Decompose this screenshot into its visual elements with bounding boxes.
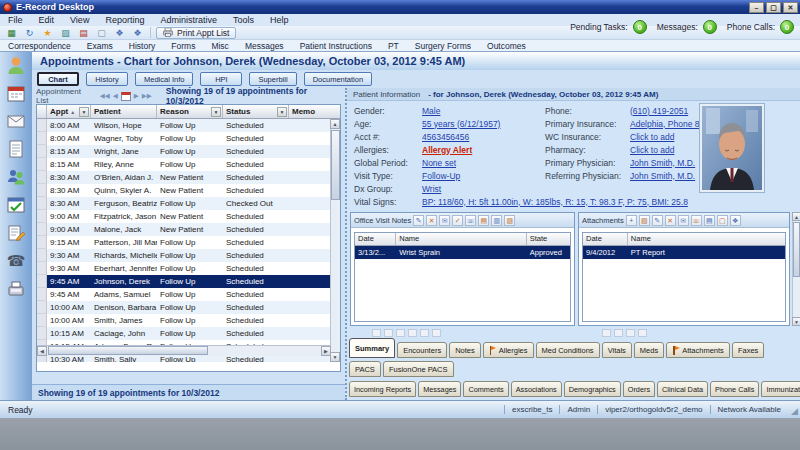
menu-item[interactable]: Tools — [225, 15, 262, 25]
table-row[interactable]: 8:15 AM Wright, Jane Follow Up Scheduled — [37, 145, 331, 158]
scrollbar-thumb[interactable] — [331, 130, 340, 200]
pager-icon[interactable] — [614, 329, 623, 337]
bottom-tab[interactable]: Orders — [623, 381, 655, 397]
patient-field-value[interactable]: 55 years (6/12/1957) — [422, 119, 500, 129]
scroll-left-icon[interactable]: ◀ — [37, 346, 47, 356]
filter-dropdown-icon[interactable]: ▼ — [277, 107, 287, 117]
table-row[interactable]: 8:15 AM Riley, Anne Follow Up Scheduled — [37, 158, 331, 171]
table-row[interactable]: 8:30 AM Quinn, Skyler A. New Patient Sch… — [37, 184, 331, 197]
patient-field-value[interactable]: Male — [422, 106, 440, 116]
prev-page-icon[interactable]: ◀ — [113, 92, 118, 100]
appointments-calendar-icon[interactable] — [5, 82, 27, 104]
table-row[interactable]: 10:15 AM Caciage, John Follow Up Schedul… — [37, 327, 331, 340]
column-header-memo[interactable]: Memo — [289, 105, 331, 118]
counter[interactable]: Messages: 0 — [657, 20, 717, 34]
attachment-row[interactable]: 9/4/2012 PT Report — [583, 246, 785, 259]
module-tab[interactable]: Exams — [79, 41, 121, 51]
link-attachment-icon[interactable]: ❖ — [730, 215, 741, 226]
view-button[interactable]: History — [86, 72, 128, 86]
table-row[interactable]: 8:30 AM O'Brien, Aidan J. New Patient Sc… — [37, 171, 331, 184]
menu-item[interactable]: Edit — [31, 15, 63, 25]
scroll-right-icon[interactable]: ▶ — [321, 346, 331, 356]
fax-attachment-icon[interactable]: ☏ — [691, 215, 702, 226]
note-row[interactable]: 3/13/2... Wrist Sprain Approved — [355, 246, 570, 259]
pager-icon[interactable] — [408, 329, 417, 337]
print-attachment-icon[interactable]: ▤ — [704, 215, 715, 226]
bottom-tab[interactable]: Summary — [349, 338, 395, 358]
table-row[interactable]: 8:30 AM Ferguson, Beatriz Follow Up Chec… — [37, 197, 331, 210]
bottom-tab[interactable]: Allergies — [483, 342, 534, 358]
refresh-icon[interactable]: ↻ — [22, 27, 37, 39]
delete-note-icon[interactable]: ✕ — [426, 215, 437, 226]
scroll-up-icon[interactable]: ▲ — [330, 119, 340, 129]
gallery-icon[interactable]: ▨ — [58, 27, 73, 39]
module-tab[interactable]: Messages — [237, 41, 292, 51]
patient-field-value[interactable]: None set — [422, 158, 456, 168]
fax-note-icon[interactable]: ☏ — [465, 215, 476, 226]
table-row[interactable]: 10:00 AM Denison, Barbara Follow Up Sche… — [37, 301, 331, 314]
approve-note-icon[interactable]: ✓ — [452, 215, 463, 226]
date-picker-icon[interactable] — [121, 92, 131, 101]
view-button[interactable]: Superbill — [249, 72, 296, 86]
notes-icon[interactable] — [5, 138, 27, 160]
patient-field-value[interactable]: BP: 118/60, H: 5ft 11.00in, W: 185lbs, R… — [422, 197, 688, 207]
scrollbar-thumb[interactable] — [48, 346, 208, 355]
table-row[interactable]: 8:00 AM Wagner, Toby Follow Up Scheduled — [37, 132, 331, 145]
address-book-icon[interactable]: ▤ — [76, 27, 91, 39]
module-tab[interactable]: Forms — [163, 41, 203, 51]
scroll-down-icon[interactable]: ▼ — [792, 317, 800, 326]
column-header-name[interactable]: Name — [396, 233, 527, 245]
print-note-icon[interactable]: ▤ — [478, 215, 489, 226]
phone-icon[interactable]: ☎ — [5, 250, 27, 272]
bottom-tab[interactable]: Comments — [463, 381, 508, 397]
column-header-name[interactable]: Name — [628, 233, 785, 245]
patient-avatar-icon[interactable] — [5, 54, 27, 76]
module-tab[interactable]: Patient Instructions — [292, 41, 380, 51]
add-attachment-icon[interactable]: + — [626, 215, 637, 226]
edit-attachment-icon[interactable]: ✎ — [652, 215, 663, 226]
pager-icon[interactable] — [602, 329, 611, 337]
patients-icon[interactable] — [5, 166, 27, 188]
bottom-tab[interactable]: Demographics — [564, 381, 621, 397]
patient-field-value[interactable]: 4563456456 — [422, 132, 469, 142]
menu-item[interactable]: Help — [262, 15, 297, 25]
vertical-scrollbar[interactable]: ▲ ▼ — [330, 119, 340, 362]
favorites-icon[interactable]: ★ — [40, 27, 55, 39]
patient-field-value[interactable]: Click to add — [630, 145, 674, 155]
column-header-appt[interactable]: Appt ▲ ▼ — [47, 105, 91, 118]
pager-icon[interactable] — [396, 329, 405, 337]
patient-photo[interactable] — [700, 104, 764, 192]
module-tab[interactable]: Surgery Forms — [407, 41, 479, 51]
filter-dropdown-icon[interactable]: ▼ — [79, 107, 89, 117]
view-button[interactable]: HPI — [200, 72, 242, 86]
bottom-tab[interactable]: Vitals — [602, 342, 632, 358]
edit-note-icon[interactable]: ✎ — [413, 215, 424, 226]
module-tab[interactable]: Misc — [203, 41, 236, 51]
table-row[interactable]: 9:00 AM Fitzpatrick, Jason New Patient S… — [37, 210, 331, 223]
patient-field-value[interactable]: Allergy Alert — [422, 145, 472, 155]
patient-field-value[interactable]: Click to add — [630, 132, 674, 142]
scroll-down-icon[interactable]: ▼ — [330, 352, 340, 362]
email-note-icon[interactable]: ✉ — [439, 215, 450, 226]
pager-icon[interactable] — [638, 329, 647, 337]
bottom-tab[interactable]: Immunizations — [761, 381, 800, 397]
view-button[interactable]: Documentation — [304, 72, 372, 86]
table-row[interactable]: 9:45 AM Johnson, Derek Follow Up Schedul… — [37, 275, 331, 288]
email-attachment-icon[interactable]: ✉ — [678, 215, 689, 226]
pager-icon[interactable] — [420, 329, 429, 337]
bottom-tab[interactable]: Attachments — [666, 342, 730, 358]
resize-grip[interactable]: ◢ — [791, 406, 798, 416]
table-row[interactable]: 9:15 AM Patterson, Jill Marie Follow Up … — [37, 236, 331, 249]
patient-field-value[interactable]: John Smith, M.D. — [630, 158, 695, 168]
table-row[interactable]: 9:30 AM Eberhart, Jennifer Follow Up Sch… — [37, 262, 331, 275]
schedule-check-icon[interactable] — [5, 194, 27, 216]
menu-item[interactable]: Administrative — [152, 15, 225, 25]
copy-note-icon[interactable]: ▨ — [504, 215, 515, 226]
pager-icon[interactable] — [372, 329, 381, 337]
bottom-tab[interactable]: Clinical Data — [657, 381, 708, 397]
column-header-patient[interactable]: Patient — [91, 105, 157, 118]
module-tab[interactable]: Outcomes — [479, 41, 534, 51]
open-attachment-icon[interactable]: ▢ — [717, 215, 728, 226]
module-tab[interactable]: History — [121, 41, 163, 51]
next-page-icon[interactable]: ▶ — [134, 92, 139, 100]
